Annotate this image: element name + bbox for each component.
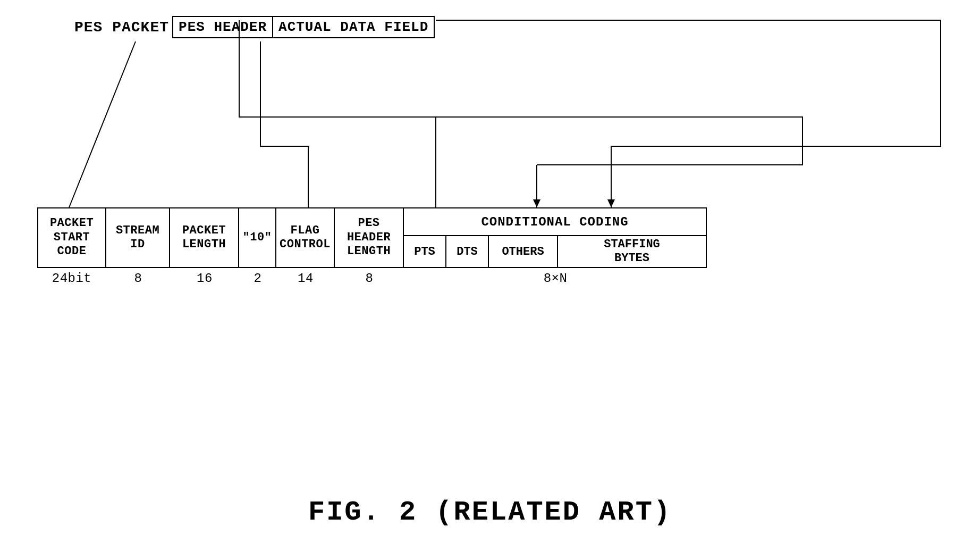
- svg-line-0: [69, 41, 136, 207]
- cell-ten: "10": [239, 208, 276, 267]
- conditional-coding-group: CONDITIONAL CODING PTS DTS OTHERS STAFFI…: [404, 208, 707, 267]
- conditional-coding-bottom: PTS DTS OTHERS STAFFING BYTES: [404, 236, 706, 267]
- cell-stream-id: STREAM ID: [106, 208, 170, 267]
- pes-header-box: PES HEADER: [172, 16, 273, 38]
- cell-pts: PTS: [404, 236, 446, 267]
- bit-label-packet-start: 24bit: [37, 271, 106, 286]
- cell-packet-start-code: PACKET START CODE: [37, 208, 106, 267]
- bit-label-flag-control: 14: [276, 271, 335, 286]
- cell-flag-control: FLAG CONTROL: [276, 208, 335, 267]
- cell-others: OTHERS: [489, 236, 558, 267]
- figure-caption: FIG. 2 (RELATED ART): [308, 497, 672, 528]
- bit-label-pes-header-length: 8: [335, 271, 404, 286]
- pes-packet-label: PES PACKET: [74, 19, 169, 36]
- conditional-coding-label: CONDITIONAL CODING: [404, 208, 706, 236]
- svg-marker-2: [533, 199, 540, 207]
- actual-data-box: ACTUAL DATA FIELD: [273, 16, 435, 38]
- cell-staffing-bytes: STAFFING BYTES: [558, 236, 706, 267]
- bit-label-packet-length: 16: [170, 271, 239, 286]
- bit-label-conditional-coding: 8×N: [404, 271, 707, 286]
- cell-pes-header-length: PES HEADER LENGTH: [335, 208, 404, 267]
- packet-row: PACKET START CODE STREAM ID PACKET LENGT…: [37, 207, 707, 268]
- bit-label-ten: 2: [239, 271, 276, 286]
- cell-packet-length: PACKET LENGTH: [170, 208, 239, 267]
- top-labels: PES PACKET PES HEADER ACTUAL DATA FIELD: [74, 16, 435, 38]
- diagram-container: PES PACKET PES HEADER ACTUAL DATA FIELD: [32, 11, 962, 489]
- svg-marker-1: [607, 199, 615, 207]
- bit-label-stream-id: 8: [106, 271, 170, 286]
- bit-labels: 24bit 8 16 2 14 8 8×N: [37, 271, 707, 286]
- cell-dts: DTS: [446, 236, 489, 267]
